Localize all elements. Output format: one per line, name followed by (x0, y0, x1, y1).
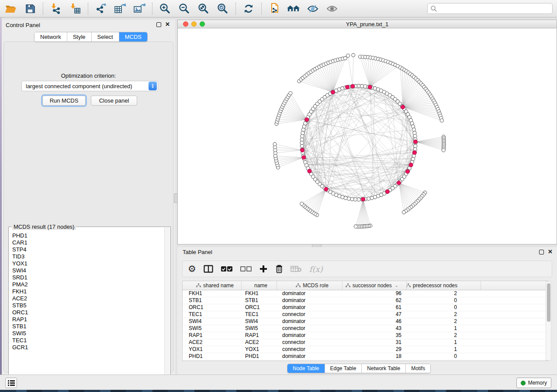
network-node[interactable] (367, 197, 370, 200)
network-node[interactable] (370, 196, 374, 199)
zoom-in-icon[interactable] (159, 2, 172, 15)
network-node[interactable] (413, 134, 417, 138)
zoom-selected-icon[interactable] (216, 2, 229, 15)
hide-selected-eye-icon[interactable] (306, 2, 319, 15)
network-node[interactable] (353, 198, 357, 201)
tab-select[interactable]: Select (92, 32, 119, 41)
column-header-predecessor-nodes[interactable]: predecessor nodes (407, 281, 481, 290)
import-table-icon[interactable] (69, 2, 82, 15)
table-row[interactable]: SWI5SWI5connector431 (183, 325, 548, 332)
search-field[interactable] (427, 3, 553, 14)
table-row[interactable]: YOX1YOX1connector291 (183, 346, 548, 353)
home-icon[interactable] (287, 2, 300, 15)
mcds-node[interactable] (324, 187, 328, 191)
mcds-result-item[interactable]: STP4 (12, 246, 164, 253)
mcds-node[interactable] (301, 148, 304, 152)
network-leaf-node[interactable] (273, 154, 277, 158)
close-panel-icon[interactable]: ✕ (165, 21, 170, 28)
network-leaf-node[interactable] (289, 92, 292, 95)
network-leaf-node[interactable] (346, 54, 350, 57)
open-file-icon[interactable] (4, 2, 17, 15)
network-leaf-node[interactable] (442, 148, 445, 152)
network-node[interactable] (360, 84, 363, 88)
table-row[interactable]: ACE2ACE2connector311 (183, 339, 548, 346)
network-node[interactable] (350, 197, 354, 201)
close-panel-button[interactable]: Close panel (91, 96, 137, 106)
network-node[interactable] (300, 141, 304, 144)
mcds-node[interactable] (361, 197, 365, 201)
network-node[interactable] (357, 198, 360, 201)
column-header-successor-nodes[interactable]: successor nodes⌄ (343, 281, 407, 290)
table-row[interactable]: TEC1TEC1connector472 (183, 311, 548, 318)
tab-mcds[interactable]: MCDS (119, 32, 147, 41)
mcds-node[interactable] (413, 151, 417, 155)
save-session-icon[interactable] (24, 2, 37, 15)
column-header-name[interactable]: name (242, 281, 277, 290)
mcds-result-item[interactable]: YOX1 (12, 260, 164, 267)
mcds-node[interactable] (308, 169, 311, 173)
mcds-result-item[interactable]: CAR1 (12, 239, 164, 246)
mcds-node[interactable] (386, 190, 390, 194)
tab-style[interactable]: Style (67, 32, 92, 41)
zoom-fit-icon[interactable] (197, 2, 210, 15)
network-node[interactable] (301, 134, 304, 138)
tab-motifs[interactable]: Motifs (406, 364, 430, 373)
network-node[interactable] (413, 131, 416, 134)
network-node[interactable] (300, 144, 304, 148)
mcds-result-item[interactable]: SRD1 (12, 274, 164, 281)
show-all-eye-icon[interactable] (325, 2, 339, 15)
mcds-node[interactable] (397, 181, 401, 185)
float-panel-icon[interactable] (539, 250, 544, 254)
mcds-result-item[interactable]: STB5 (12, 302, 164, 309)
column-header-MCDS-role[interactable]: MCDS role (277, 281, 343, 290)
task-history-button[interactable] (5, 378, 17, 388)
refresh-icon[interactable] (242, 2, 255, 15)
mcds-result-item[interactable]: STB1 (12, 323, 164, 330)
table-row[interactable]: RAP1RAP1dominator352 (183, 332, 548, 339)
mcds-node[interactable] (331, 90, 335, 94)
table-row[interactable]: SWI4SWI4dominator462 (183, 318, 548, 325)
delete-column-icon[interactable] (275, 263, 283, 275)
mcds-result-item[interactable]: TEC1 (12, 337, 164, 344)
table-settings-icon[interactable]: ⚙ (188, 263, 196, 275)
export-table-icon[interactable] (114, 2, 127, 15)
mcds-node[interactable] (414, 140, 418, 144)
split-columns-icon[interactable] (204, 263, 213, 275)
network-node[interactable] (412, 128, 415, 131)
network-node[interactable] (301, 131, 304, 134)
search-input[interactable] (437, 6, 550, 12)
network-node[interactable] (300, 138, 304, 141)
network-leaf-node[interactable] (300, 202, 304, 206)
mcds-result-list[interactable]: PHD1CAR1STP4TID3YOX1SWI4SRD1PMA2FKH1ACE2… (9, 232, 164, 387)
scrollbar-thumb[interactable] (547, 283, 550, 322)
mcds-node[interactable] (401, 105, 405, 109)
mcds-node[interactable] (368, 85, 372, 89)
mcds-result-scrollbar[interactable] (164, 227, 170, 387)
table-scrollbar[interactable] (546, 281, 551, 361)
network-leaf-node[interactable] (354, 225, 357, 228)
network-leaf-node[interactable] (402, 210, 405, 214)
table-row[interactable]: FKH1FKH1dominator962 (183, 290, 548, 297)
criterion-dropdown[interactable]: largest connected component (undirected)… (21, 81, 158, 91)
mcds-result-item[interactable]: SWI4 (12, 267, 164, 274)
unselect-all-rows-icon[interactable] (240, 263, 252, 275)
mcds-result-item[interactable]: PHD1 (12, 232, 164, 239)
memory-button[interactable]: Memory (516, 378, 551, 388)
mcds-node[interactable] (406, 170, 410, 174)
network-leaf-node[interactable] (352, 53, 355, 57)
import-network-icon[interactable] (49, 2, 62, 15)
network-canvas[interactable] (178, 28, 557, 244)
mcds-result-item[interactable]: PMA2 (12, 281, 164, 288)
table-row[interactable]: STB1STB1dominator620 (183, 297, 548, 304)
network-node[interactable] (357, 84, 360, 88)
mcds-node[interactable] (305, 118, 309, 122)
network-from-file-icon[interactable] (268, 2, 281, 15)
run-mcds-button[interactable]: Run MCDS (42, 96, 86, 106)
mcds-result-item[interactable]: GCR1 (12, 344, 164, 351)
float-panel-icon[interactable] (156, 22, 161, 27)
export-network-icon[interactable] (94, 2, 107, 15)
zoom-out-icon[interactable] (178, 2, 191, 15)
network-graph[interactable] (178, 28, 557, 244)
network-leaf-node[interactable] (343, 56, 347, 60)
network-leaf-node[interactable] (440, 119, 443, 122)
